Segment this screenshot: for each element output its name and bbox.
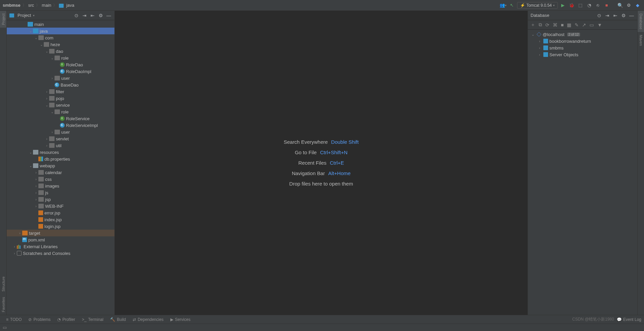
attach-icon[interactable]: ⎋ (594, 2, 602, 9)
bottom-tab-build[interactable]: 🔨Build (107, 317, 129, 322)
chevron-right-icon[interactable]: › (34, 204, 38, 208)
hide-icon[interactable]: — (106, 12, 112, 19)
profiler-icon[interactable]: ◔ (585, 2, 593, 9)
tree-item-filter[interactable]: ›filter (7, 88, 114, 95)
hint-shortcut[interactable]: Ctrl+E (330, 160, 344, 166)
run-icon[interactable]: ▶ (559, 2, 567, 9)
edit-icon[interactable]: ✎ (575, 22, 579, 28)
tree-item-js[interactable]: ›js (7, 189, 114, 196)
tree-item-css[interactable]: ›css (7, 176, 114, 183)
chevron-right-icon[interactable]: › (12, 245, 17, 249)
gutter-tab-structure[interactable]: Structure (0, 274, 6, 294)
chevron-down-icon[interactable]: ⌄ (28, 29, 33, 33)
bottom-tab-terminal[interactable]: >_Terminal (78, 317, 107, 322)
tree-item-roleserviceimpl[interactable]: RoleServiceImpl (7, 122, 114, 129)
tree-item-webapp[interactable]: ⌄webapp (7, 162, 114, 169)
tree-item-com[interactable]: ⌄com (7, 34, 114, 41)
jump-icon[interactable]: ↗ (582, 22, 586, 28)
tree-item-roledaoimpl[interactable]: RoleDaoImpl (7, 68, 114, 75)
event-log-button[interactable]: 💬 Event Log (617, 317, 641, 322)
chevron-right-icon[interactable]: › (50, 76, 55, 80)
database-tree[interactable]: ⌄ @localhost 2 of 12 › bookborrowandretu… (528, 30, 637, 59)
tree-item-servlet[interactable]: ›servlet (7, 135, 114, 142)
tree-item-external-libraries[interactable]: ›External Libraries (7, 243, 114, 250)
bottom-tab-services[interactable]: ▶Services (167, 317, 194, 322)
duplicate-icon[interactable]: ⧉ (539, 22, 542, 28)
chevron-right-icon[interactable]: › (44, 90, 49, 94)
tree-item-target[interactable]: ›target (7, 230, 114, 236)
gutter-tab-favorites[interactable]: Favorites (0, 294, 6, 315)
chevron-right-icon[interactable]: › (34, 177, 38, 181)
locate-icon[interactable]: ⊙ (596, 12, 602, 19)
tree-item-roledao[interactable]: RoleDao (7, 61, 114, 68)
db-connection[interactable]: ⌄ @localhost 2 of 12 (528, 31, 637, 38)
breadcrumb-project[interactable]: smbmse (3, 3, 21, 8)
chevron-right-icon[interactable]: › (18, 231, 22, 235)
tree-item-user[interactable]: ›user (7, 75, 114, 81)
tree-item-web-inf[interactable]: ›WEB-INF (7, 203, 114, 209)
hint-shortcut[interactable]: Double Shift (331, 139, 359, 145)
collapse-all-icon[interactable]: ⇤ (612, 12, 618, 19)
hint-shortcut[interactable]: Alt+Home (328, 170, 350, 176)
tree-item-basedao[interactable]: BaseDao (7, 81, 114, 88)
chevron-right-icon[interactable]: › (12, 252, 17, 255)
tree-item-pojo[interactable]: ›pojo (7, 95, 114, 102)
tree-item-user[interactable]: ›user (7, 129, 114, 135)
table-icon[interactable]: ▦ (567, 22, 571, 28)
chevron-right-icon[interactable]: › (44, 144, 49, 147)
tree-item-main[interactable]: main (7, 21, 114, 28)
bottom-tab-dependencies[interactable]: ⇄Dependencies (129, 317, 167, 322)
chevron-down-icon[interactable]: ⌄ (34, 36, 38, 40)
settings-icon[interactable]: ⚙ (620, 12, 626, 19)
tree-item-index-jsp[interactable]: index.jsp (7, 216, 114, 223)
breadcrumb-current[interactable]: java (59, 3, 74, 8)
bottom-tab-problems[interactable]: ⊘Problems (25, 317, 54, 322)
ide-icon[interactable]: ◆ (634, 2, 641, 9)
project-panel-title[interactable]: Project ▾ (9, 13, 35, 18)
refresh-icon[interactable]: ⟳ (545, 22, 549, 28)
search-icon[interactable]: 🔍 (616, 2, 624, 9)
tree-item-db-properties[interactable]: db.properties (7, 156, 114, 162)
db-schema-item[interactable]: › bookborrowandreturn (528, 38, 637, 44)
tree-item-error-jsp[interactable]: error.jsp (7, 209, 114, 216)
gutter-tab-database[interactable]: Database (638, 11, 644, 32)
chevron-right-icon[interactable]: › (34, 184, 38, 188)
tree-item-resources[interactable]: ⌄resources (7, 149, 114, 156)
chevron-down-icon[interactable]: ⌄ (39, 43, 44, 46)
db-schema-item[interactable]: › smbms (528, 44, 637, 51)
tree-item-jsp[interactable]: ›jsp (7, 196, 114, 203)
tree-item-heze[interactable]: ⌄heze (7, 41, 114, 48)
settings-icon[interactable]: ⚙ (625, 2, 633, 9)
tree-item-calendar[interactable]: ›calendar (7, 169, 114, 176)
tree-item-login-jsp[interactable]: login.jsp (7, 223, 114, 230)
tree-item-role[interactable]: ⌄role (7, 55, 114, 61)
chevron-down-icon[interactable]: ⌄ (44, 49, 49, 53)
query-console-icon[interactable]: ⌘ (553, 22, 557, 28)
diagram-icon[interactable]: ▭ (589, 22, 594, 28)
tree-item-java[interactable]: ⌄java (7, 28, 114, 34)
breadcrumb-src[interactable]: src (28, 3, 34, 8)
tree-item-scratches-and-consoles[interactable]: ›Scratches and Consoles (7, 250, 114, 257)
chevron-right-icon[interactable]: › (44, 137, 49, 141)
gutter-tab-project[interactable]: Project (0, 11, 6, 28)
breadcrumb-main[interactable]: main (42, 3, 51, 8)
chevron-right-icon[interactable]: › (50, 130, 55, 134)
tree-item-images[interactable]: ›images (7, 183, 114, 189)
tree-item-pom-xml[interactable]: pom.xml (7, 236, 114, 243)
chevron-right-icon[interactable]: › (34, 171, 38, 174)
db-server-objects[interactable]: › Server Objects (528, 51, 637, 58)
stop-icon[interactable]: ■ (561, 22, 564, 28)
expand-all-icon[interactable]: ⇥ (81, 12, 88, 19)
collapse-all-icon[interactable]: ⇤ (90, 12, 96, 19)
run-configuration-selector[interactable]: ⚡ Tomcat 9.0.54 ▾ (517, 2, 558, 9)
coverage-icon[interactable]: ⬚ (577, 2, 584, 9)
chevron-right-icon[interactable]: › (34, 191, 38, 195)
bottom-tab-todo[interactable]: ≡TODO (3, 317, 25, 322)
tree-item-role[interactable]: ⌄role (7, 108, 114, 115)
status-rect-icon[interactable]: ▭ (3, 325, 7, 330)
filter-icon[interactable]: ▼ (597, 22, 602, 28)
expand-all-icon[interactable]: ⇥ (604, 12, 610, 19)
settings-icon[interactable]: ⚙ (98, 12, 104, 19)
bottom-tab-profiler[interactable]: ◔Profiler (54, 317, 78, 322)
tree-item-dao[interactable]: ⌄dao (7, 48, 114, 55)
